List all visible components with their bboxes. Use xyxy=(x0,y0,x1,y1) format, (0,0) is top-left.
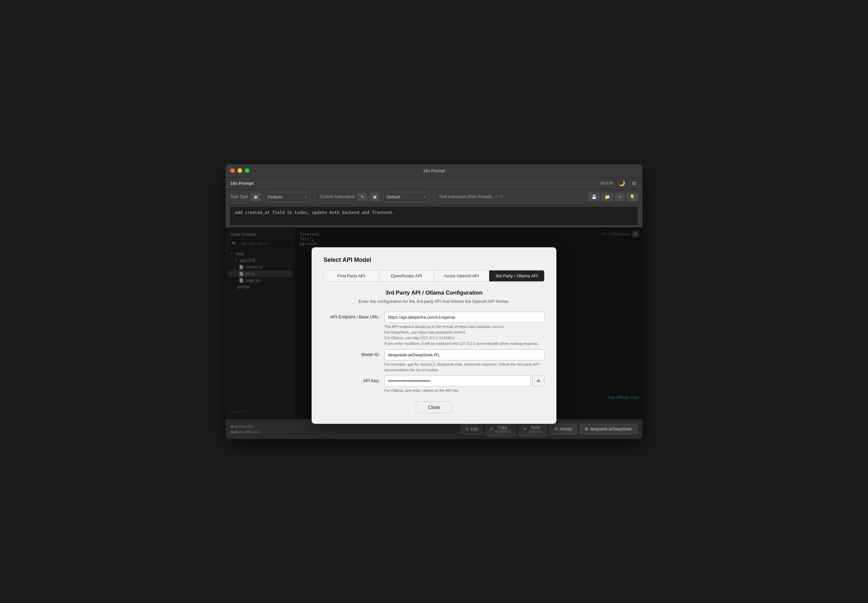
task-type-dropdown[interactable]: Feature ▾ xyxy=(264,192,310,202)
file-line-2: page.jsx (40 LOC) xyxy=(230,429,458,435)
edit-button[interactable]: ✎ Edit xyxy=(461,424,483,434)
show-password-button[interactable]: 👁 xyxy=(533,376,544,387)
history-icon: ↺ xyxy=(554,427,558,431)
send-shortcut: ⌘+Enter xyxy=(529,430,542,433)
task-type-label: Task Type xyxy=(230,194,248,199)
model-button[interactable]: ⚙ deepseek-ai/DeepSeek- xyxy=(580,424,638,434)
settings-icon[interactable]: ⚙ xyxy=(631,179,638,187)
menubar: 16x Prompt v0.0.93 🌙 ⚙ xyxy=(226,178,642,189)
send-button[interactable]: ✈ Send ⌘+Enter xyxy=(518,422,547,436)
file-line-1: db.ts (14 LOC) xyxy=(230,424,458,430)
task-instruction-label-text: Task Instruction (Raw Prompt) xyxy=(439,194,492,199)
toolbar-separator-2 xyxy=(434,193,434,201)
gear-icon: ⚙ xyxy=(584,427,588,431)
endpoint-input-wrap: The API endpoint should be in the format… xyxy=(384,312,544,347)
api-key-input-wrap: 👁 For Ollama, just enter ollama as the A… xyxy=(384,376,544,393)
save-icon[interactable]: 💾 xyxy=(589,193,600,201)
tab-openrouter[interactable]: OpenRouter API xyxy=(379,271,434,281)
folder-icon[interactable]: 📁 xyxy=(602,193,613,201)
task-type-section: Task Type ▣ xyxy=(230,193,261,201)
copy-button[interactable]: ⎘ Copy ⌘+Shift+C xyxy=(485,422,516,436)
api-key-label: API Key: xyxy=(324,376,380,383)
api-key-hint: For Ollama, just enter ollama as the API… xyxy=(384,388,544,393)
custom-instructions-dropdown[interactable]: Default ▾ xyxy=(383,192,429,202)
app-name: 16x Prompt xyxy=(230,181,254,186)
model-label: deepseek-ai/DeepSeek- xyxy=(590,427,633,431)
copy-label: Copy xyxy=(498,425,507,430)
endpoint-label: API Endpoint / Base URL: xyxy=(324,312,380,319)
tab-first-party[interactable]: First Party API xyxy=(324,271,379,281)
custom-instructions-section: Custom Instructions ✎ ▣ xyxy=(320,193,380,201)
files-summary: db.ts (14 LOC) page.jsx (40 LOC) xyxy=(230,424,458,435)
menubar-left: 16x Prompt xyxy=(230,181,254,186)
edit-icon: ✎ xyxy=(466,427,469,431)
model-input[interactable] xyxy=(384,349,544,360)
minimize-button[interactable] xyxy=(237,168,242,173)
toolbar-separator-1 xyxy=(315,193,315,201)
close-button[interactable]: Close xyxy=(416,401,452,413)
task-shortcut-badge: ⌘+N xyxy=(494,194,504,199)
dark-mode-toggle[interactable]: 🌙 xyxy=(617,179,626,187)
chevron-down-icon-2: ▾ xyxy=(424,195,426,199)
version-label: v0.0.93 xyxy=(600,181,613,186)
task-instruction-label: Task Instruction (Raw Prompt) ⌘+N xyxy=(439,194,504,199)
traffic-lights xyxy=(230,168,250,173)
task-instruction-section: add created_at field to todos, update bo… xyxy=(226,205,642,227)
api-key-field-row: API Key: 👁 For Ollama, just enter ollama… xyxy=(324,376,544,393)
endpoint-field-row: API Endpoint / Base URL: The API endpoin… xyxy=(324,312,544,347)
info-icon[interactable]: 💡 xyxy=(626,193,638,201)
send-label: Send xyxy=(531,425,540,430)
edit-label: Edit xyxy=(471,427,478,431)
copy-icon: ⎘ xyxy=(490,427,493,431)
custom-instructions-label: Custom Instructions xyxy=(320,194,355,199)
custom-instructions-icon-2[interactable]: ▣ xyxy=(370,193,380,201)
task-type-icon-btn[interactable]: ▣ xyxy=(251,193,261,201)
api-key-row: 👁 xyxy=(384,376,544,387)
history-button[interactable]: ↺ History xyxy=(549,424,577,434)
task-type-value: Feature xyxy=(268,194,282,199)
model-input-wrap: For example, gpt-4o, llama3.2, deepseek-… xyxy=(384,349,544,373)
tab-azure[interactable]: Azure OpenAI API xyxy=(434,271,490,281)
close-button[interactable] xyxy=(230,168,235,173)
chevron-down-icon: ▾ xyxy=(305,195,307,199)
copy-shortcut: ⌘+Shift+C xyxy=(494,430,511,433)
custom-instructions-edit-icon[interactable]: ✎ xyxy=(358,193,367,201)
main-content: Code Context 🔍 ▼ code ▼ app (2/3) 📄 acti… xyxy=(226,227,642,419)
toolbar-right: 💾 📁 ⤢ 💡 xyxy=(589,193,638,201)
modal-title: Select API Model xyxy=(324,257,544,263)
modal-dialog: Select API Model First Party API OpenRou… xyxy=(312,247,556,424)
section-desc: Enter the configuration for the 3rd part… xyxy=(324,299,544,304)
history-label: History xyxy=(560,427,572,431)
task-instruction-input[interactable]: add created_at field to todos, update bo… xyxy=(230,207,638,225)
titlebar: 16x Prompt xyxy=(226,164,642,178)
endpoint-hint: The API endpoint should be in the format… xyxy=(384,324,544,347)
tab-3rd-party[interactable]: 3rd Party / Ollama API xyxy=(489,271,544,281)
modal-overlay: Select API Model First Party API OpenRou… xyxy=(226,227,642,419)
maximize-button[interactable] xyxy=(245,168,250,173)
model-hint: For example, gpt-4o, llama3.2, deepseek-… xyxy=(384,362,544,373)
custom-instructions-dropdown-btn[interactable]: Default ▾ xyxy=(383,192,429,202)
api-key-input[interactable] xyxy=(384,376,531,387)
task-type-dropdown-btn[interactable]: Feature ▾ xyxy=(264,192,310,202)
menubar-right: v0.0.93 🌙 ⚙ xyxy=(600,179,638,187)
model-field-row: Model ID: For example, gpt-4o, llama3.2,… xyxy=(324,349,544,373)
api-tabs: First Party API OpenRouter API Azure Ope… xyxy=(324,270,544,282)
model-label: Model ID: xyxy=(324,349,380,357)
expand-icon[interactable]: ⤢ xyxy=(615,193,625,201)
send-icon: ✈ xyxy=(523,427,527,431)
toolbar: Task Type ▣ Feature ▾ Custom Instruction… xyxy=(226,189,642,205)
custom-instructions-value: Default xyxy=(387,194,400,199)
section-title: 3rd Party API / Ollama Configuration xyxy=(324,289,544,296)
window-title: 16x Prompt xyxy=(423,168,445,173)
endpoint-input[interactable] xyxy=(384,312,544,323)
